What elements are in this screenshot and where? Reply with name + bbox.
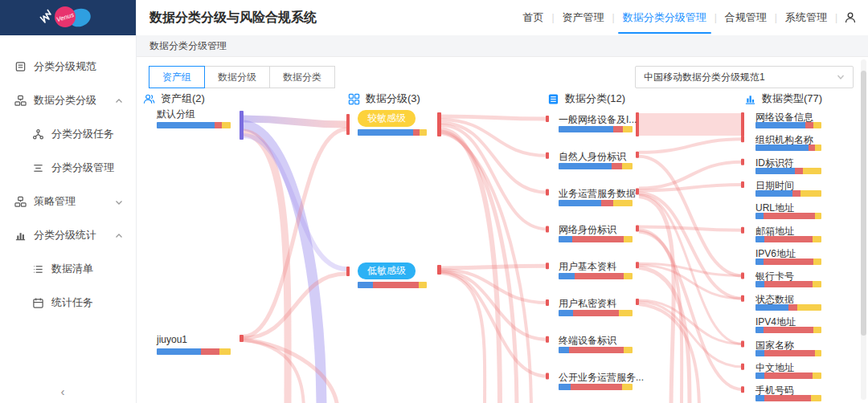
type-8-bar	[755, 304, 821, 311]
class-5-bar	[559, 310, 633, 316]
level-node-1[interactable]: 低敏感级	[358, 263, 416, 279]
sankey-link	[441, 116, 547, 119]
class-tick-4	[546, 263, 549, 269]
class-2-bar	[559, 200, 633, 206]
type-5-bar	[755, 236, 821, 242]
type-4-bar	[755, 213, 821, 219]
type-tick-1	[741, 136, 744, 142]
sankey-link	[639, 226, 743, 230]
type-7-bar	[755, 281, 821, 287]
class-6-bar	[559, 347, 633, 353]
type-tick-11	[741, 364, 744, 370]
sankey-link	[441, 123, 547, 193]
class-tick-0	[546, 116, 549, 122]
class-tick-1	[546, 153, 549, 159]
class-node-5[interactable]: 用户私密资料	[559, 297, 616, 311]
asset-group-node-1[interactable]: jiuyou1	[157, 334, 187, 345]
level-node-0[interactable]: 较敏感级	[358, 110, 416, 127]
class-node-bar-5	[636, 299, 639, 305]
class-node-bar-1	[636, 152, 639, 158]
type-tick-10	[741, 341, 744, 348]
column-header-asset-group: 资产组(2)	[143, 92, 205, 106]
class-3-bar	[559, 236, 633, 242]
asset-node-bar-0	[240, 111, 244, 140]
class-node-0[interactable]: 一般网络设备及I...	[559, 113, 637, 127]
type-3-bar	[755, 190, 821, 197]
asset-node-bar-1	[240, 335, 244, 342]
level-tick-0	[346, 114, 350, 135]
type-6-bar	[755, 258, 821, 265]
type-tick-5	[741, 227, 744, 234]
class-1-bar	[559, 163, 633, 169]
class-node-4[interactable]: 用户基本资料	[559, 260, 616, 274]
column-header-data-class: 数据分类(12)	[547, 92, 625, 106]
content-scrollbar[interactable]	[861, 71, 866, 336]
type-tick-3	[741, 181, 744, 188]
class-node-7[interactable]: 公开业务运营服务...	[559, 371, 644, 385]
type-2-bar	[755, 168, 821, 174]
type-tick-2	[741, 159, 744, 165]
sankey-link	[244, 340, 304, 403]
class-tick-3	[546, 226, 549, 232]
asset-group-node-0[interactable]: 默认分组	[157, 108, 195, 121]
class-tick-5	[546, 299, 549, 306]
column-header-data-type: 数据类型(77)	[744, 92, 822, 106]
level-tick-1	[346, 267, 350, 276]
type-tick-8	[741, 295, 744, 302]
class-node-bar-3	[636, 225, 639, 231]
list-rect-icon	[547, 93, 559, 105]
class-node-bar-2	[636, 189, 639, 195]
class-0-bar	[559, 126, 633, 132]
sankey-link	[639, 113, 743, 136]
class-7-bar	[559, 384, 633, 390]
sankey-link	[244, 136, 346, 269]
type-10-bar	[755, 350, 821, 356]
type-tick-12	[741, 386, 744, 393]
level-node-bar-1	[437, 265, 441, 275]
barchart-icon	[744, 93, 756, 105]
type-1-bar	[755, 145, 821, 151]
column-header-data-level: 数据分级(3)	[348, 92, 420, 106]
class-tick-7	[546, 373, 549, 380]
class-node-1[interactable]: 自然人身份标识	[559, 150, 626, 164]
class-tick-2	[546, 189, 549, 196]
level-0-bar	[358, 129, 427, 136]
level-1-bar	[358, 282, 427, 288]
type-9-bar	[755, 327, 821, 333]
class-tick-6	[546, 336, 549, 343]
type-0-bar	[755, 122, 821, 128]
sankey-link	[244, 119, 346, 124]
asset-group-0-bar	[157, 122, 231, 128]
group-icon	[143, 93, 155, 105]
class-4-bar	[559, 273, 633, 279]
type-tick-7	[741, 272, 744, 279]
sankey-diagram: 资产组(2) 数据分级(3) 数据分类(12) 数据类型(77)默认分组jiuy…	[0, 0, 868, 403]
class-node-bar-4	[636, 262, 639, 268]
class-node-2[interactable]: 业务运营服务数据	[559, 187, 636, 201]
type-12-bar	[755, 395, 821, 401]
sankey-links-layer	[0, 0, 868, 403]
grid-icon	[348, 93, 360, 105]
class-node-6[interactable]: 终端设备标识	[559, 334, 616, 348]
type-tick-0	[741, 112, 744, 136]
asset-group-1-bar	[157, 348, 231, 355]
app-root: Venus 分类分级规范数据分类分级分类分级任务分类分级管理策略管理分类分级统计…	[0, 0, 868, 403]
sankey-link	[441, 266, 547, 268]
tab-0[interactable]: 资产组	[149, 66, 205, 88]
level-node-bar-0	[437, 112, 441, 136]
sankey-link	[639, 139, 743, 152]
sankey-link	[441, 273, 485, 403]
type-11-bar	[755, 372, 821, 379]
class-node-3[interactable]: 网络身份标识	[559, 223, 616, 237]
